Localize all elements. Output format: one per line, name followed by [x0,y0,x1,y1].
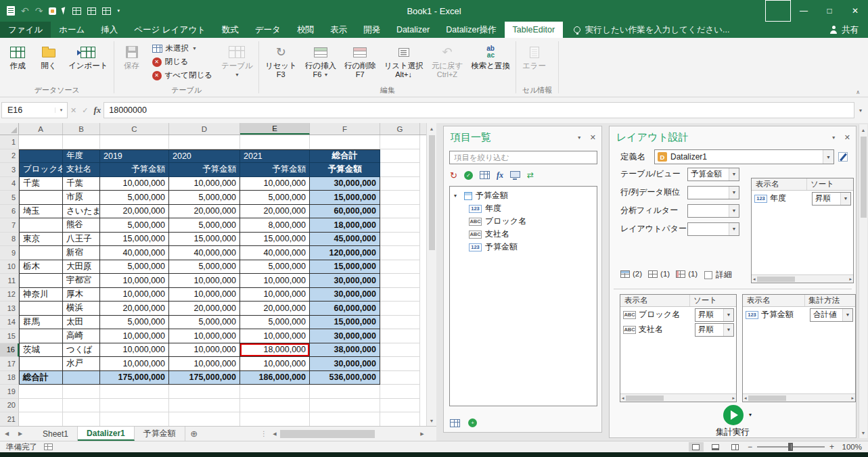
run-options-caret-icon[interactable]: ▾ [749,412,752,418]
cell-C2[interactable]: 2019 [100,149,169,164]
table-view-icon[interactable] [480,171,490,179]
cell-B2[interactable]: 年度 [63,149,100,164]
box-hscrollbar[interactable]: ◂▸ [620,393,736,402]
cell-F18[interactable]: 536,000,000 [310,371,380,385]
cell-G8[interactable] [380,233,420,247]
cell-G2[interactable] [380,149,420,164]
cell-F19[interactable] [310,385,380,399]
cell-B5[interactable]: 市原 [63,191,100,205]
cell-F3[interactable]: 予算金額 [310,163,380,177]
cell-B16[interactable]: つくば [63,343,100,358]
hscroll-thumb[interactable] [280,430,375,438]
expand-formula-bar-icon[interactable]: ▾ [854,107,867,114]
cell-B10[interactable]: 大田原 [63,260,100,274]
cell-B19[interactable] [63,385,100,399]
zoom-level[interactable]: 100% [839,443,862,451]
row-header-4[interactable]: 4 [0,177,19,191]
row-header-20[interactable]: 20 [0,399,19,413]
scroll-left-icon[interactable]: ◀ [269,431,280,437]
box-scroll-thumb[interactable] [757,276,795,282]
edit-definition-icon[interactable] [838,152,848,162]
cell-G20[interactable] [380,399,420,413]
column-header-D[interactable]: D [169,123,240,135]
cell-G6[interactable] [380,205,420,219]
cell-A14[interactable]: 群馬 [19,316,63,330]
box-row-combo[interactable]: 昇順▼ [812,192,851,206]
scroll-up-icon[interactable]: ▲ [427,123,436,134]
zoom-slider[interactable] [757,446,825,448]
cell-A7[interactable] [19,218,63,233]
cell-E1[interactable] [240,135,310,149]
add-sheet-button[interactable]: ⊕ [185,427,203,441]
cell-F4[interactable]: 30,000,000 [310,177,380,191]
cell-B11[interactable]: 宇都宮 [63,274,100,288]
cell-C12[interactable]: 10,000,000 [100,288,169,302]
zoom-in-button[interactable]: + [829,442,834,452]
cell-D6[interactable]: 20,000,000 [169,205,240,219]
excel-file-icon[interactable] [7,6,15,16]
cell-C1[interactable] [100,135,169,149]
cell-G7[interactable] [380,218,420,233]
cell-B17[interactable]: 水戸 [63,357,100,371]
cell-E12[interactable]: 10,000,000 [240,288,310,302]
cell-D21[interactable] [169,412,240,426]
cell-F8[interactable]: 45,000,000 [310,233,380,247]
cell-C19[interactable] [100,385,169,399]
cell-G9[interactable] [380,246,420,260]
cell-D9[interactable]: 40,000,000 [169,246,240,260]
cell-F9[interactable]: 120,000,000 [310,246,380,260]
scroll-right-icon[interactable]: ▸ [732,395,735,401]
redo-icon[interactable]: ↷ [35,6,43,16]
sheet-nav-right-icon[interactable]: ▶ [14,427,27,441]
table-edit-icon[interactable] [450,419,460,427]
tree-field-3[interactable]: 123予算金額 [451,241,595,254]
scroll-right-icon[interactable]: ▸ [849,276,852,282]
cell-B3[interactable]: 支社名 [63,163,100,177]
cell-B1[interactable] [63,135,100,149]
cell-C17[interactable]: 10,000,000 [100,357,169,371]
ribbon-button-データソース-1[interactable]: 開く [34,39,64,85]
cell-D13[interactable]: 20,000,000 [169,302,240,316]
ribbon-button-データソース-2[interactable]: インポート [65,39,112,85]
cell-D8[interactable]: 15,000,000 [169,233,240,247]
cell-B7[interactable]: 熊谷 [63,218,100,233]
pane-vertical-scrollbar[interactable]: ▲ ▼ [859,124,867,438]
cell-C6[interactable]: 20,000,000 [100,205,169,219]
cell-C18[interactable]: 175,000,000 [100,371,169,385]
field-filter-input[interactable] [449,151,597,164]
row-header-16[interactable]: 16 [0,343,19,358]
cell-F14[interactable]: 15,000,000 [310,316,380,330]
undo-icon[interactable]: ↶ [21,6,29,16]
cell-C14[interactable]: 5,000,000 [100,316,169,330]
datalizer-addin-icon[interactable] [49,7,56,15]
column-header-B[interactable]: B [63,123,100,135]
cell-A11[interactable] [19,274,63,288]
cell-A1[interactable] [19,135,63,149]
cell-G19[interactable] [380,385,420,399]
ribbon-button-編集-0[interactable]: ↻リセットF3 [262,39,300,85]
cell-E17[interactable]: 10,000,000 [240,357,310,371]
row-header-11[interactable]: 11 [0,274,19,288]
panel-menu-icon[interactable]: ▼ [577,135,582,140]
box-row-combo[interactable]: 昇順▼ [695,308,734,322]
cell-F12[interactable]: 30,000,000 [310,288,380,302]
cell-A10[interactable]: 栃木 [19,260,63,274]
cell-E2[interactable]: 2021 [240,149,310,164]
cell-B4[interactable]: 千葉 [63,177,100,191]
tell-me-box[interactable]: 実行したい作業を入力してください... [574,22,729,38]
cell-D1[interactable] [169,135,240,149]
cell-C7[interactable]: 5,000,000 [100,218,169,233]
scroll-down-icon[interactable]: ▼ [427,415,436,426]
cell-F10[interactable]: 15,000,000 [310,260,380,274]
cell-F2[interactable]: 総合計 [310,149,380,164]
cell-F11[interactable]: 30,000,000 [310,274,380,288]
ribbon-button-編集-2[interactable]: 行の削除F7 [341,39,379,85]
column-header-A[interactable]: A [19,123,63,135]
row-header-6[interactable]: 6 [0,205,19,219]
share-button[interactable]: 共有 [820,22,868,38]
row-header-19[interactable]: 19 [0,385,19,399]
sheet-tab-2[interactable]: 予算金額 [135,427,185,441]
cell-F6[interactable]: 60,000,000 [310,205,380,219]
box-row-combo[interactable]: 昇順▼ [695,323,734,337]
cell-A9[interactable] [19,246,63,260]
